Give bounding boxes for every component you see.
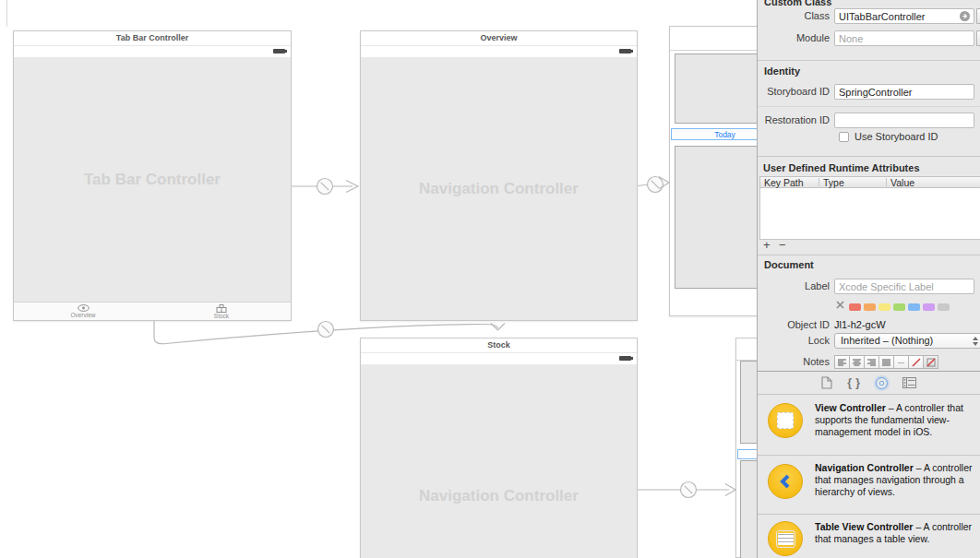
- utilities-panel: Custom Class Class Module Identity Story…: [757, 0, 980, 558]
- tab-bar[interactable]: Overview Stock: [14, 302, 291, 320]
- segue-stock-to-table[interactable]: [638, 482, 735, 498]
- storyboard-id-input[interactable]: [834, 84, 974, 100]
- scene-body[interactable]: Navigation Controller: [361, 364, 637, 558]
- divider: [758, 255, 980, 255]
- restoration-id-label: Restoration ID: [758, 113, 830, 128]
- document-header: Document: [764, 259, 814, 270]
- class-input[interactable]: [834, 8, 974, 24]
- tab-item-overview[interactable]: Overview: [14, 303, 152, 320]
- battery-icon: [619, 49, 631, 53]
- column-key-path[interactable]: Key Path: [764, 177, 804, 188]
- jump-to-class-icon[interactable]: [960, 11, 970, 21]
- segue-tabbar-to-overview[interactable]: [292, 179, 358, 195]
- divider: [758, 106, 980, 107]
- scene-overview-nav[interactable]: Overview Navigation Controller: [360, 30, 638, 321]
- tab-label: Stock: [214, 313, 229, 319]
- align-center-button[interactable]: [849, 355, 865, 369]
- scene-stock-nav[interactable]: Stock Navigation Controller: [360, 338, 638, 558]
- divider: [758, 394, 980, 395]
- storyboard-canvas[interactable]: Tab Bar Controller Tab Bar Controller Ov…: [0, 0, 757, 558]
- color-swatch-orange[interactable]: [864, 303, 876, 311]
- notes-format-buttons: ---: [834, 355, 980, 369]
- module-input[interactable]: [834, 30, 974, 46]
- navigation-controller-icon: [768, 464, 803, 499]
- file-template-library-icon[interactable]: [821, 376, 832, 389]
- class-dropdown-button[interactable]: [976, 8, 980, 24]
- eye-icon: [78, 304, 90, 312]
- scene-title-bar[interactable]: Tab Bar Controller: [14, 31, 291, 46]
- storyboard-id-label: Storyboard ID: [758, 84, 830, 100]
- identity-header: Identity: [764, 65, 800, 77]
- restoration-id-input[interactable]: [834, 113, 974, 128]
- library-item-navigation-controller[interactable]: Navigation Controller– A controller that…: [758, 455, 980, 515]
- scene-title-bar[interactable]: Overview: [361, 31, 637, 46]
- scene-body[interactable]: Tab Bar Controller: [14, 57, 291, 303]
- dash-style-button[interactable]: ---: [893, 355, 909, 369]
- color-swatch-blue[interactable]: [908, 303, 920, 311]
- color-swatch-red[interactable]: [849, 303, 861, 311]
- no-stroke-button[interactable]: [923, 355, 938, 369]
- battery-icon: [619, 356, 631, 361]
- align-left-button[interactable]: [834, 355, 850, 369]
- use-storyboard-id-checkbox[interactable]: [839, 132, 849, 142]
- media-library-icon[interactable]: [902, 377, 916, 388]
- scene-watermark: Navigation Controller: [419, 180, 579, 198]
- scene-body[interactable]: Navigation Controller: [361, 57, 637, 320]
- table-header: Key Path Type Value: [759, 176, 980, 188]
- object-id-value: Jl1-h2-gcW: [834, 318, 886, 332]
- use-storyboard-id-label: Use Storyboard ID: [855, 131, 938, 143]
- color-swatch-purple[interactable]: [923, 303, 935, 311]
- runtime-attributes-table[interactable]: Key Path Type Value: [759, 176, 980, 240]
- dropdown-stepper-icon: [972, 337, 978, 346]
- scene-tab-bar-controller[interactable]: Tab Bar Controller Tab Bar Controller Ov…: [13, 30, 292, 321]
- battery-icon: [273, 49, 285, 53]
- view-controller-icon: [768, 403, 803, 438]
- divider: [758, 60, 980, 61]
- library-toolbar: { }: [758, 372, 980, 394]
- canvas-edge-artifact: [6, 0, 7, 27]
- no-fill-button[interactable]: [908, 355, 924, 369]
- color-swatch-yellow[interactable]: [878, 303, 890, 311]
- library-item-table-view-controller[interactable]: Table View Controller– A controller that…: [758, 514, 980, 558]
- scene-watermark: Navigation Controller: [419, 487, 579, 505]
- table-view-controller-icon: [768, 521, 803, 556]
- today-label: Today: [714, 130, 735, 139]
- object-library-icon[interactable]: [876, 377, 888, 389]
- segue-overview-to-today[interactable]: [638, 177, 669, 193]
- table-body[interactable]: [759, 188, 980, 240]
- document-label-label: Label: [758, 279, 830, 294]
- align-justify-button[interactable]: [878, 355, 894, 369]
- boxes-icon: [216, 304, 227, 313]
- notes-label: Notes: [758, 355, 830, 369]
- scene-watermark: Tab Bar Controller: [84, 171, 221, 189]
- library-item-title: Navigation Controller: [815, 462, 914, 473]
- lock-value: Inherited – (Nothing): [841, 335, 933, 346]
- column-value[interactable]: Value: [890, 177, 914, 188]
- column-separator[interactable]: [886, 178, 887, 186]
- column-separator[interactable]: [819, 178, 819, 186]
- library-item-title: Table View Controller: [815, 521, 913, 532]
- remove-attribute-button[interactable]: −: [779, 239, 786, 251]
- align-right-button[interactable]: [864, 355, 879, 369]
- library-item-view-controller[interactable]: View Controller– A controller that suppo…: [758, 396, 980, 455]
- tab-item-stock[interactable]: Stock: [152, 303, 291, 320]
- add-attribute-button[interactable]: +: [763, 239, 771, 251]
- scene-today-table[interactable]: Today: [669, 26, 761, 316]
- color-swatch-gray[interactable]: [938, 303, 950, 311]
- clear-color-icon[interactable]: [836, 301, 844, 309]
- lock-dropdown[interactable]: Inherited – (Nothing): [834, 333, 980, 349]
- module-label: Module: [758, 30, 830, 46]
- scene-title-bar[interactable]: [670, 27, 760, 41]
- lock-label: Lock: [758, 333, 830, 349]
- divider: [758, 156, 980, 157]
- color-swatch-green[interactable]: [893, 303, 905, 311]
- column-type[interactable]: Type: [823, 177, 844, 188]
- library-item-title: View Controller: [815, 402, 886, 413]
- tab-label: Overview: [70, 312, 95, 318]
- scene-title-bar[interactable]: Stock: [361, 338, 637, 353]
- document-label-input[interactable]: [834, 279, 974, 294]
- module-dropdown-button[interactable]: [976, 30, 980, 46]
- object-id-label: Object ID: [758, 318, 830, 332]
- code-snippet-library-icon[interactable]: { }: [847, 376, 861, 389]
- custom-class-header: Custom Class: [764, 0, 831, 7]
